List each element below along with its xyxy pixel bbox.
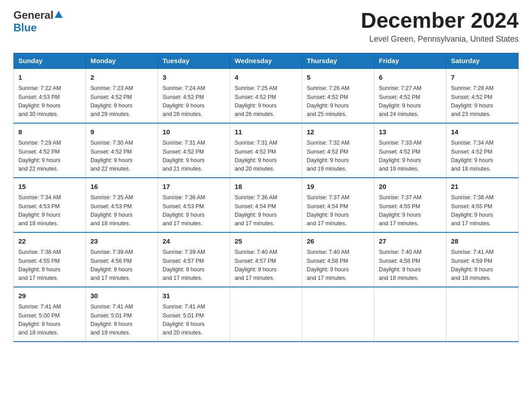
day-number: 5 xyxy=(307,73,369,83)
logo: General Blue xyxy=(13,9,64,34)
day-info: Sunrise: 7:41 AMSunset: 4:59 PMDaylight:… xyxy=(451,248,514,283)
day-number: 8 xyxy=(18,127,81,137)
title-area: December 2024 Level Green, Pennsylvania,… xyxy=(361,9,519,44)
day-info: Sunrise: 7:22 AMSunset: 4:53 PMDaylight:… xyxy=(18,84,81,119)
table-row: 20Sunrise: 7:37 AMSunset: 4:55 PMDayligh… xyxy=(374,178,446,232)
table-row: 11Sunrise: 7:31 AMSunset: 4:52 PMDayligh… xyxy=(230,123,302,178)
table-row: 18Sunrise: 7:36 AMSunset: 4:54 PMDayligh… xyxy=(230,178,302,232)
table-row: 14Sunrise: 7:34 AMSunset: 4:52 PMDayligh… xyxy=(446,123,519,178)
table-row: 2Sunrise: 7:23 AMSunset: 4:52 PMDaylight… xyxy=(86,68,158,123)
day-info: Sunrise: 7:37 AMSunset: 4:54 PMDaylight:… xyxy=(307,193,369,228)
day-number: 30 xyxy=(90,291,153,301)
table-row: 1Sunrise: 7:22 AMSunset: 4:53 PMDaylight… xyxy=(14,68,86,123)
table-row: 22Sunrise: 7:38 AMSunset: 4:55 PMDayligh… xyxy=(14,232,86,287)
table-row: 10Sunrise: 7:31 AMSunset: 4:52 PMDayligh… xyxy=(158,123,230,178)
calendar-header-row: Sunday Monday Tuesday Wednesday Thursday… xyxy=(14,53,519,68)
calendar-week-1: 1Sunrise: 7:22 AMSunset: 4:53 PMDaylight… xyxy=(14,68,519,123)
table-row: 29Sunrise: 7:41 AMSunset: 5:00 PMDayligh… xyxy=(14,287,86,342)
header-thursday: Thursday xyxy=(302,53,374,68)
table-row: 31Sunrise: 7:41 AMSunset: 5:01 PMDayligh… xyxy=(158,287,230,342)
day-number: 29 xyxy=(18,291,81,301)
table-row: 12Sunrise: 7:32 AMSunset: 4:52 PMDayligh… xyxy=(302,123,374,178)
table-row: 5Sunrise: 7:26 AMSunset: 4:52 PMDaylight… xyxy=(302,68,374,123)
day-info: Sunrise: 7:32 AMSunset: 4:52 PMDaylight:… xyxy=(307,139,369,174)
day-info: Sunrise: 7:27 AMSunset: 4:52 PMDaylight:… xyxy=(379,84,442,119)
day-number: 9 xyxy=(90,127,153,137)
day-info: Sunrise: 7:36 AMSunset: 4:54 PMDaylight:… xyxy=(235,193,297,228)
header-saturday: Saturday xyxy=(446,53,519,68)
day-info: Sunrise: 7:41 AMSunset: 5:00 PMDaylight:… xyxy=(18,303,81,338)
table-row: 17Sunrise: 7:36 AMSunset: 4:53 PMDayligh… xyxy=(158,178,230,232)
table-row: 24Sunrise: 7:39 AMSunset: 4:57 PMDayligh… xyxy=(158,232,230,287)
header-friday: Friday xyxy=(374,53,446,68)
table-row: 3Sunrise: 7:24 AMSunset: 4:52 PMDaylight… xyxy=(158,68,230,123)
day-number: 14 xyxy=(451,127,514,137)
table-row: 23Sunrise: 7:39 AMSunset: 4:56 PMDayligh… xyxy=(86,232,158,287)
table-row: 15Sunrise: 7:34 AMSunset: 4:53 PMDayligh… xyxy=(14,178,86,232)
day-number: 26 xyxy=(307,236,369,247)
day-info: Sunrise: 7:26 AMSunset: 4:52 PMDaylight:… xyxy=(307,84,369,119)
table-row: 30Sunrise: 7:41 AMSunset: 5:01 PMDayligh… xyxy=(86,287,158,342)
day-info: Sunrise: 7:41 AMSunset: 5:01 PMDaylight:… xyxy=(90,303,153,338)
table-row: 26Sunrise: 7:40 AMSunset: 4:58 PMDayligh… xyxy=(302,232,374,287)
day-number: 28 xyxy=(451,236,514,247)
day-info: Sunrise: 7:38 AMSunset: 4:55 PMDaylight:… xyxy=(451,193,514,228)
table-row: 27Sunrise: 7:40 AMSunset: 4:58 PMDayligh… xyxy=(374,232,446,287)
calendar-table: Sunday Monday Tuesday Wednesday Thursday… xyxy=(13,53,519,342)
day-info: Sunrise: 7:23 AMSunset: 4:52 PMDaylight:… xyxy=(90,84,153,119)
day-info: Sunrise: 7:24 AMSunset: 4:52 PMDaylight:… xyxy=(163,84,225,119)
day-number: 15 xyxy=(18,182,81,192)
day-info: Sunrise: 7:36 AMSunset: 4:53 PMDaylight:… xyxy=(163,193,225,228)
day-number: 24 xyxy=(163,236,225,247)
table-row: 6Sunrise: 7:27 AMSunset: 4:52 PMDaylight… xyxy=(374,68,446,123)
day-number: 2 xyxy=(90,73,153,83)
logo-general-text: General xyxy=(13,9,53,21)
table-row: 16Sunrise: 7:35 AMSunset: 4:53 PMDayligh… xyxy=(86,178,158,232)
day-info: Sunrise: 7:40 AMSunset: 4:57 PMDaylight:… xyxy=(235,248,297,283)
header-wednesday: Wednesday xyxy=(230,53,302,68)
table-row: 9Sunrise: 7:30 AMSunset: 4:52 PMDaylight… xyxy=(86,123,158,178)
day-info: Sunrise: 7:34 AMSunset: 4:52 PMDaylight:… xyxy=(451,139,514,174)
calendar-week-4: 22Sunrise: 7:38 AMSunset: 4:55 PMDayligh… xyxy=(14,232,519,287)
table-row: 25Sunrise: 7:40 AMSunset: 4:57 PMDayligh… xyxy=(230,232,302,287)
day-info: Sunrise: 7:28 AMSunset: 4:52 PMDaylight:… xyxy=(451,84,514,119)
table-row xyxy=(374,287,446,342)
day-number: 11 xyxy=(235,127,297,137)
header-sunday: Sunday xyxy=(14,53,86,68)
table-row: 8Sunrise: 7:29 AMSunset: 4:52 PMDaylight… xyxy=(14,123,86,178)
table-row: 7Sunrise: 7:28 AMSunset: 4:52 PMDaylight… xyxy=(446,68,519,123)
day-info: Sunrise: 7:35 AMSunset: 4:53 PMDaylight:… xyxy=(90,193,153,228)
day-info: Sunrise: 7:40 AMSunset: 4:58 PMDaylight:… xyxy=(379,248,442,283)
day-info: Sunrise: 7:38 AMSunset: 4:55 PMDaylight:… xyxy=(18,248,81,283)
table-row xyxy=(302,287,374,342)
table-row: 28Sunrise: 7:41 AMSunset: 4:59 PMDayligh… xyxy=(446,232,519,287)
day-number: 25 xyxy=(235,236,297,247)
day-info: Sunrise: 7:31 AMSunset: 4:52 PMDaylight:… xyxy=(235,139,297,174)
day-number: 10 xyxy=(163,127,225,137)
day-number: 3 xyxy=(163,73,225,83)
day-info: Sunrise: 7:30 AMSunset: 4:52 PMDaylight:… xyxy=(90,139,153,174)
day-number: 20 xyxy=(379,182,442,192)
day-number: 22 xyxy=(18,236,81,247)
day-info: Sunrise: 7:39 AMSunset: 4:57 PMDaylight:… xyxy=(163,248,225,283)
location-subtitle: Level Green, Pennsylvania, United States xyxy=(361,34,519,44)
header-tuesday: Tuesday xyxy=(158,53,230,68)
day-info: Sunrise: 7:37 AMSunset: 4:55 PMDaylight:… xyxy=(379,193,442,228)
table-row xyxy=(446,287,519,342)
day-number: 23 xyxy=(90,236,153,247)
day-number: 7 xyxy=(451,73,514,83)
day-number: 21 xyxy=(451,182,514,192)
day-info: Sunrise: 7:34 AMSunset: 4:53 PMDaylight:… xyxy=(18,193,81,228)
table-row: 19Sunrise: 7:37 AMSunset: 4:54 PMDayligh… xyxy=(302,178,374,232)
day-info: Sunrise: 7:25 AMSunset: 4:52 PMDaylight:… xyxy=(235,84,297,119)
header-monday: Monday xyxy=(86,53,158,68)
day-info: Sunrise: 7:31 AMSunset: 4:52 PMDaylight:… xyxy=(163,139,225,174)
calendar-week-2: 8Sunrise: 7:29 AMSunset: 4:52 PMDaylight… xyxy=(14,123,519,178)
day-number: 16 xyxy=(90,182,153,192)
day-number: 19 xyxy=(307,182,369,192)
day-number: 4 xyxy=(235,73,297,83)
day-number: 1 xyxy=(18,73,81,83)
day-number: 12 xyxy=(307,127,369,137)
day-number: 31 xyxy=(163,291,225,301)
day-number: 6 xyxy=(379,73,442,83)
